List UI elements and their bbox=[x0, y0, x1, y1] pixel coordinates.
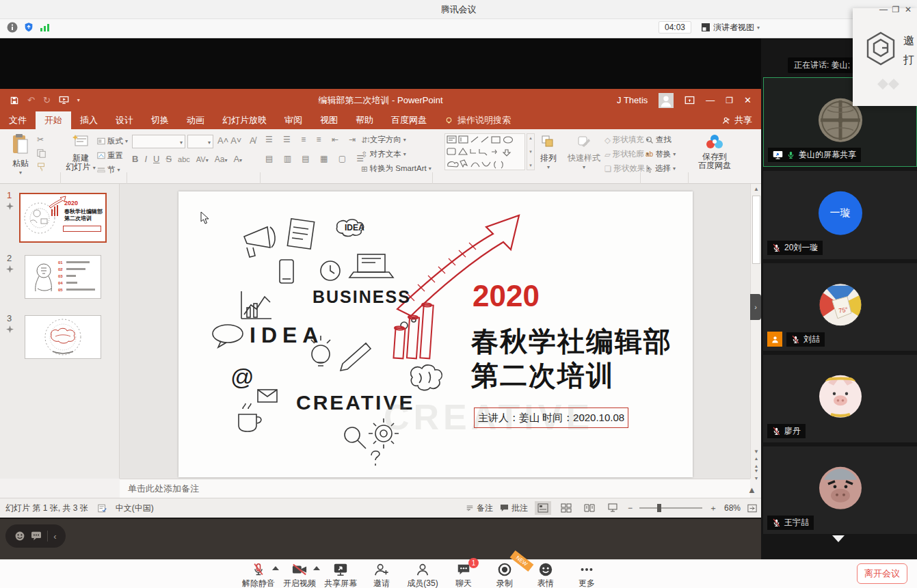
shrink-font-icon[interactable]: A˅ bbox=[230, 135, 241, 146]
tab-home[interactable]: 开始 bbox=[36, 111, 71, 129]
reading-view-button[interactable] bbox=[581, 501, 598, 515]
qat-dropdown-icon[interactable]: ▾ bbox=[77, 97, 80, 103]
find-button[interactable]: 查找 bbox=[646, 135, 676, 145]
fit-to-window-icon[interactable] bbox=[747, 504, 757, 513]
tab-file[interactable]: 文件 bbox=[0, 111, 36, 129]
slide-thumbnail-3[interactable] bbox=[25, 316, 101, 358]
undo-icon[interactable]: ↶ bbox=[27, 95, 35, 105]
slide-thumbnail-2[interactable]: 01 02 03 04 05 bbox=[25, 256, 101, 298]
strikethrough-button[interactable]: S bbox=[165, 154, 172, 164]
copy-icon[interactable] bbox=[37, 149, 46, 158]
zoom-slider-thumb[interactable] bbox=[657, 504, 661, 512]
char-spacing-button[interactable]: AV▾ bbox=[196, 155, 209, 163]
notes-pane[interactable]: 单击此处添加备注 ▲▼ bbox=[120, 479, 750, 498]
tab-animations[interactable]: 动画 bbox=[178, 111, 213, 129]
tab-baidu-netdisk[interactable]: 百度网盘 bbox=[382, 111, 436, 129]
redo-icon[interactable]: ↻ bbox=[43, 95, 51, 105]
tab-transitions[interactable]: 切换 bbox=[142, 111, 178, 129]
select-button[interactable]: 选择▾ bbox=[646, 163, 676, 174]
align-buttons[interactable]: ▤ ▥ ▤ ▦ ▢ ☰ bbox=[265, 154, 368, 163]
restore-icon[interactable]: ❐ bbox=[890, 5, 902, 14]
chevron-left-icon[interactable]: ‹ bbox=[53, 531, 56, 542]
paste-button[interactable]: 粘贴 ▾ bbox=[7, 133, 34, 176]
chat-bubble-icon[interactable] bbox=[31, 531, 42, 541]
quick-styles-button[interactable]: 快速样式 ▾ bbox=[566, 135, 602, 170]
participant-tile[interactable]: 一璇 20刘一璇 bbox=[763, 171, 917, 259]
shape-effects-button[interactable]: ❏形状效果▾ bbox=[604, 163, 650, 174]
ribbon-options-icon[interactable] bbox=[685, 96, 695, 105]
clear-format-icon[interactable]: A̸ bbox=[250, 135, 256, 146]
participant-tile[interactable]: 75° 刘喆 bbox=[763, 263, 917, 351]
font-name-select[interactable]: ▾ bbox=[132, 135, 185, 148]
format-painter-icon[interactable] bbox=[37, 163, 46, 172]
scroll-participants-down-icon[interactable] bbox=[832, 535, 845, 542]
shapes-scroll[interactable]: ▴▾▾ bbox=[527, 133, 535, 170]
tab-help[interactable]: 帮助 bbox=[347, 111, 382, 129]
new-slide-button[interactable]: 新建幻灯片 ▾ bbox=[66, 133, 96, 172]
quick-reaction-bar[interactable]: ‹ bbox=[5, 524, 66, 548]
layout-button[interactable]: 版式▾ bbox=[97, 136, 128, 146]
reset-button[interactable]: 重置 bbox=[97, 150, 128, 161]
slide-scrollbar[interactable]: ▲ ▼ ▲▲ ▼▼ bbox=[750, 184, 761, 479]
text-direction-button[interactable]: ⇵文字方向▾ bbox=[361, 135, 431, 145]
slide-thumbnail-1[interactable]: 2020 春秋学社编辑部 第二次培训 bbox=[19, 193, 107, 243]
slideshow-icon[interactable] bbox=[59, 96, 69, 105]
video-options-icon[interactable] bbox=[313, 566, 320, 570]
zoom-slider[interactable] bbox=[639, 503, 702, 513]
cut-icon[interactable]: ✂ bbox=[37, 135, 46, 144]
view-mode-button[interactable]: 演讲者视图 ▾ bbox=[701, 22, 760, 34]
share-screen-button[interactable]: 共享屏幕 bbox=[320, 562, 361, 588]
members-button[interactable]: 成员(35) bbox=[402, 562, 443, 588]
comments-toggle[interactable]: 批注 bbox=[500, 503, 528, 514]
shapes-gallery[interactable] bbox=[444, 133, 525, 170]
section-button[interactable]: 节▾ bbox=[97, 165, 128, 175]
shape-outline-button[interactable]: ▱形状轮廓▾ bbox=[604, 149, 650, 159]
next-slide-button[interactable]: ▼▼ bbox=[751, 467, 762, 482]
slideshow-view-button[interactable] bbox=[604, 501, 621, 515]
participant-tile[interactable]: 王宇喆 bbox=[763, 446, 917, 534]
emoji-button[interactable]: 表情 bbox=[525, 562, 566, 588]
replace-button[interactable]: ab替换▾ bbox=[646, 149, 676, 159]
tab-insert[interactable]: 插入 bbox=[71, 111, 107, 129]
save-to-baidu-button[interactable]: 保存到百度网盘 bbox=[693, 133, 736, 170]
notification-popup[interactable]: 邀 打 bbox=[853, 8, 917, 106]
shape-fill-button[interactable]: ◇形状填充▾ bbox=[604, 135, 650, 145]
font-size-select[interactable]: ▾ bbox=[187, 135, 213, 148]
leave-meeting-button[interactable]: 离开会议 bbox=[857, 563, 907, 584]
change-case-button[interactable]: Aa▾ bbox=[215, 155, 228, 164]
underline-button[interactable]: U bbox=[153, 154, 159, 164]
normal-view-button[interactable] bbox=[535, 501, 551, 515]
ppt-close-icon[interactable]: ✕ bbox=[744, 95, 752, 105]
list-buttons[interactable]: ☰ ☰ ≡ ≡ ⇤ ⇥ ↕ bbox=[265, 135, 375, 144]
zoom-level[interactable]: 68% bbox=[724, 503, 741, 513]
participant-tile[interactable]: 廖丹 bbox=[763, 355, 917, 442]
arrange-button[interactable]: 排列 ▾ bbox=[540, 135, 557, 170]
meeting-info-icon[interactable] bbox=[7, 22, 18, 36]
emoji-icon[interactable] bbox=[14, 531, 25, 542]
align-text-button[interactable]: ⇳对齐文本▾ bbox=[361, 149, 431, 159]
bold-button[interactable]: B bbox=[132, 154, 138, 164]
panel-collapse-tab[interactable]: › bbox=[750, 294, 761, 320]
italic-button[interactable]: I bbox=[144, 154, 147, 164]
share-button[interactable]: 共享 bbox=[713, 111, 761, 129]
more-button[interactable]: 更多 bbox=[566, 562, 607, 588]
invite-button[interactable]: 邀请 bbox=[361, 562, 402, 588]
save-icon[interactable] bbox=[10, 96, 19, 105]
tab-slideshow[interactable]: 幻灯片放映 bbox=[213, 111, 276, 129]
network-signal-icon[interactable] bbox=[40, 23, 51, 35]
tab-design[interactable]: 设计 bbox=[107, 111, 142, 129]
unmute-button[interactable]: 解除静音 bbox=[238, 562, 279, 588]
notes-toggle[interactable]: 备注 bbox=[466, 503, 493, 514]
language-status[interactable]: 中文(中国) bbox=[116, 503, 154, 514]
slide[interactable]: BUSINESS IDEA IDEA CREATIVE @ CREATIVE 2… bbox=[178, 191, 693, 477]
grow-font-icon[interactable]: A˄ bbox=[217, 135, 228, 146]
spellcheck-icon[interactable] bbox=[98, 504, 107, 513]
security-shield-icon[interactable] bbox=[23, 22, 34, 36]
ppt-restore-icon[interactable]: ❐ bbox=[726, 96, 733, 105]
zoom-out-icon[interactable]: − bbox=[628, 503, 633, 513]
close-icon[interactable]: ✕ bbox=[902, 5, 914, 14]
record-button[interactable]: 录制 NEW bbox=[484, 562, 525, 588]
start-video-button[interactable]: 开启视频 bbox=[279, 562, 320, 588]
avatar[interactable] bbox=[659, 93, 674, 108]
shadow-button[interactable]: abc bbox=[178, 155, 190, 163]
